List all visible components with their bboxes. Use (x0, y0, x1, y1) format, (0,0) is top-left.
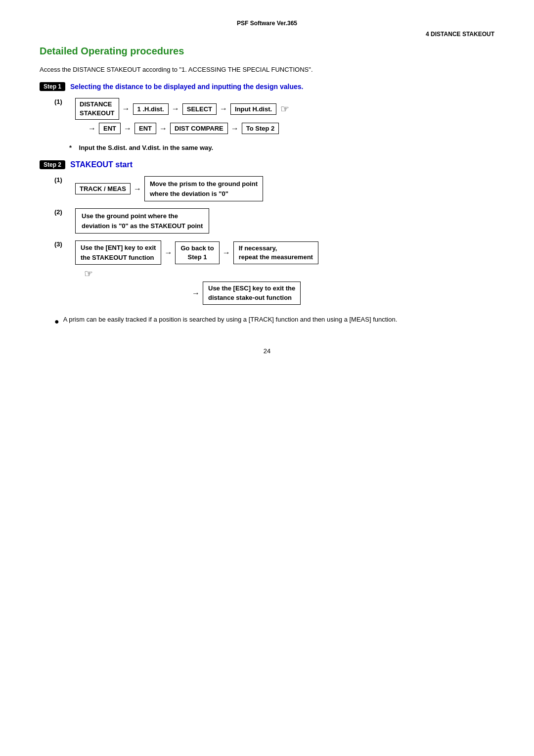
step2-title: STAKEOUT start (70, 160, 133, 169)
ground-point-box: Use the ground point where the deviation… (75, 208, 209, 234)
software-header: PSF Software Ver.365 (40, 20, 494, 27)
step2-item2-number: (2) (54, 208, 68, 216)
step2-item2-content: Use the ground point where the deviation… (75, 208, 209, 234)
dist-compare-box: DIST COMPARE (170, 123, 228, 134)
step1-badge: Step 1 (40, 82, 65, 91)
hand-icon-2: ☞ (84, 268, 93, 279)
step1-item1-number: (1) (54, 98, 68, 105)
arrow-row2-2: → (124, 124, 132, 133)
step2-item1-content: TRACK / MEAS → Move the prism to the gro… (75, 176, 263, 201)
ent-exit-box: Use the [ENT] key to exit the STAKEOUT f… (75, 240, 161, 265)
step1-item1-content: DISTANCE STAKEOUT → 1 .H.dist. → SELECT … (75, 98, 289, 137)
ent-exit-line1: Use the [ENT] key to exit (81, 244, 156, 251)
arrow1: → (122, 104, 130, 113)
step2-item1-number: (1) (54, 176, 68, 184)
section-header: 4 DISTANCE STAKEOUT (40, 31, 494, 38)
if-necessary-box: If necessary, repeat the measurement (233, 241, 318, 264)
move-prism-line2: where the deviation is "0" (150, 190, 228, 197)
ent-exit-line2: the STAKEOUT function (81, 254, 154, 261)
arrow3: → (220, 104, 227, 113)
distance-stakeout-line2: STAKEOUT (80, 109, 115, 117)
step2-header: Step 2 STAKEOUT start (40, 160, 494, 169)
go-back-box: Go back to Step 1 (175, 241, 219, 264)
track-meas-box: TRACK / MEAS (75, 183, 131, 194)
step1-header: Step 1 Selecting the distance to be disp… (40, 82, 494, 91)
select-box: SELECT (182, 103, 217, 115)
step2-item3-number: (3) (54, 240, 68, 248)
step3-top-row: Use the [ENT] key to exit the STAKEOUT f… (75, 240, 318, 265)
page: PSF Software Ver.365 4 DISTANCE STAKEOUT… (0, 0, 534, 384)
arrow-row2-3: → (159, 124, 167, 133)
step2-item3-content: Use the [ENT] key to exit the STAKEOUT f… (75, 240, 318, 304)
if-necessary-line2: repeat the measurement (239, 253, 313, 261)
bullet-item: ● A prism can be easily tracked if a pos… (54, 315, 494, 328)
step2-badge: Step 2 (40, 160, 65, 169)
esc-arrow: → (192, 289, 200, 298)
hdist-box: 1 .H.dist. (133, 103, 169, 115)
move-prism-line1: Move the prism to the ground point (150, 180, 258, 188)
distance-stakeout-line1: DISTANCE (80, 100, 112, 108)
ground-point-line1: Use the ground point where the (82, 212, 178, 220)
go-back-line1: Go back to (180, 244, 214, 252)
hand-icon-1: ☞ (280, 103, 289, 115)
ground-point-line2: deviation is "0" as the STAKEOUT point (82, 222, 203, 230)
go-back-line2: Step 1 (188, 253, 207, 261)
to-step2-box: To Step 2 (242, 123, 279, 134)
step1-item1: (1) DISTANCE STAKEOUT → 1 .H.dist. → SEL… (54, 98, 494, 137)
step2-item1: (1) TRACK / MEAS → Move the prism to the… (54, 176, 494, 201)
section-label: 4 DISTANCE STAKEOUT (426, 31, 494, 38)
step1-flow-row2: → ENT → ENT → DIST COMPARE → To Step 2 (85, 123, 289, 134)
page-number: 24 (40, 347, 494, 355)
step3-bottom-row: → Use the [ESC] key to exit the distance… (189, 282, 318, 304)
distance-stakeout-box: DISTANCE STAKEOUT (75, 98, 119, 120)
bullet-text: A prism can be easily tracked if a posit… (63, 315, 398, 325)
step2-item2: (2) Use the ground point where the devia… (54, 208, 494, 234)
arrow-row2-4: → (231, 124, 239, 133)
esc-exit-line1: Use the [ESC] key to exit the (208, 284, 295, 292)
step2-arrow1: → (134, 185, 141, 193)
input-hdist-box: Input H.dist. (230, 103, 276, 115)
note-text: Input the S.dist. and V.dist. in the sam… (79, 144, 214, 151)
ent-box-1: ENT (99, 123, 121, 134)
step3-arrow2: → (222, 248, 230, 257)
software-label: PSF Software Ver.365 (237, 20, 297, 27)
esc-exit-box: Use the [ESC] key to exit the distance s… (203, 282, 301, 304)
arrow-row2-1: → (88, 124, 96, 133)
bullet-dot: ● (54, 315, 59, 328)
step3-arrow1: → (164, 248, 172, 257)
intro-text: Access the DISTANCE STAKEOUT according t… (40, 66, 494, 73)
step1-flow-row1: DISTANCE STAKEOUT → 1 .H.dist. → SELECT … (75, 98, 289, 120)
move-prism-box: Move the prism to the ground point where… (144, 176, 263, 201)
step1-note: * Input the S.dist. and V.dist. in the s… (69, 144, 494, 151)
page-title: Detailed Operating procedures (40, 46, 494, 57)
esc-exit-line2: distance stake-out function (208, 294, 292, 301)
step1-title: Selecting the distance to be displayed a… (70, 83, 303, 91)
note-asterisk-text: * (69, 144, 77, 151)
step2-item3: (3) Use the [ENT] key to exit the STAKEO… (54, 240, 494, 304)
hand-icon-container: ☞ (80, 268, 318, 280)
bullet-section: ● A prism can be easily tracked if a pos… (54, 315, 494, 328)
ent-box-2: ENT (134, 123, 156, 134)
arrow2: → (172, 104, 179, 113)
if-necessary-line1: If necessary, (239, 244, 277, 252)
